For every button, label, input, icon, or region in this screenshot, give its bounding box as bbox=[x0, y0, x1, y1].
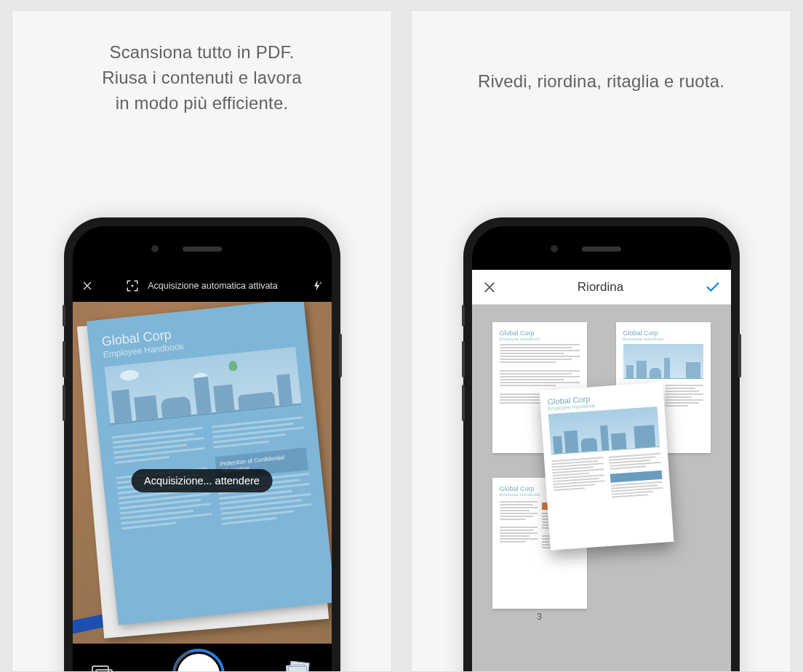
close-icon[interactable] bbox=[482, 280, 497, 295]
marketing-line: in modo più efficiente. bbox=[12, 91, 391, 116]
auto-capture-icon[interactable] bbox=[126, 279, 139, 292]
marketing-text: Scansiona tutto in PDF. Riusa i contenut… bbox=[12, 11, 391, 116]
capture-toast: Acquisizione... attendere bbox=[131, 469, 273, 492]
camera-toolbar: 4 bbox=[73, 644, 332, 672]
doc-subtitle: Employee Handbook bbox=[623, 337, 703, 341]
screenshot-panel-2: Rivedi, riordina, ritaglia e ruota. Rior… bbox=[411, 10, 791, 672]
page-thumbnail-dragging[interactable]: Global Corp Employee Handbook bbox=[539, 382, 674, 550]
phone-mockup: Riordina Global Corp Employee Handbook bbox=[463, 217, 740, 672]
marketing-line: Rivedi, riordina, ritaglia e ruota. bbox=[412, 69, 791, 95]
confirm-icon[interactable] bbox=[705, 279, 721, 295]
marketing-line: Riusa i contenuti e lavora bbox=[12, 65, 391, 91]
doc-title: Global Corp bbox=[500, 329, 580, 337]
doc-title: Global Corp bbox=[623, 329, 703, 337]
camera-topbar: Acquisizione automatica attivata A bbox=[73, 270, 332, 302]
app-screen-camera: Acquisizione automatica attivata A Globa… bbox=[73, 270, 332, 672]
detected-document: Global Corp Employee Handbook bbox=[86, 302, 331, 625]
screenshot-panel-1: Scansiona tutto in PDF. Riusa i contenut… bbox=[12, 10, 392, 672]
screen-title: Riordina bbox=[497, 280, 705, 295]
app-screen-reorder: Riordina Global Corp Employee Handbook bbox=[472, 270, 731, 672]
svg-point-0 bbox=[132, 285, 134, 287]
page-number: 3 bbox=[537, 612, 542, 622]
auto-capture-label[interactable]: Acquisizione automatica attivata bbox=[148, 281, 278, 291]
flash-icon[interactable]: A bbox=[311, 280, 323, 292]
close-icon[interactable] bbox=[81, 280, 93, 292]
shutter-button[interactable] bbox=[175, 652, 222, 672]
doc-subtitle: Employee Handbook bbox=[500, 337, 580, 341]
pages-stack-button[interactable]: 4 bbox=[284, 660, 313, 672]
gallery-icon[interactable] bbox=[92, 665, 113, 672]
reorder-grid[interactable]: Global Corp Employee Handbook Global Cor bbox=[472, 305, 731, 672]
marketing-line: Scansiona tutto in PDF. bbox=[12, 40, 391, 65]
marketing-text: Rivedi, riordina, ritaglia e ruota. bbox=[412, 11, 791, 95]
phone-mockup: Acquisizione automatica attivata A Globa… bbox=[64, 217, 340, 672]
reorder-topbar: Riordina bbox=[472, 270, 731, 305]
camera-viewport: Global Corp Employee Handbook bbox=[73, 302, 332, 644]
svg-text:A: A bbox=[319, 281, 322, 285]
